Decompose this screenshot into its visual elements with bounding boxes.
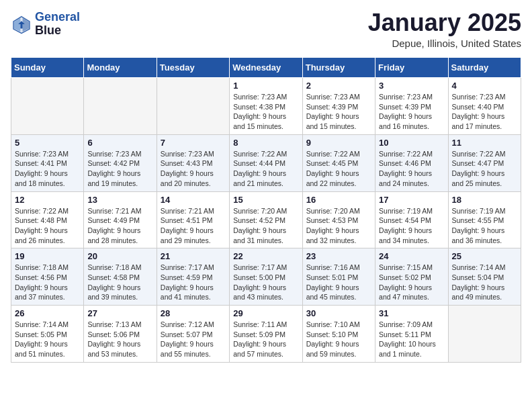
day-number: 22 bbox=[233, 251, 298, 261]
day-info: Sunrise: 7:11 AMSunset: 5:09 PMDaylight:… bbox=[233, 320, 298, 359]
day-number: 25 bbox=[452, 251, 517, 261]
day-info: Sunrise: 7:22 AMSunset: 4:45 PMDaylight:… bbox=[306, 149, 371, 189]
day-number: 24 bbox=[379, 251, 444, 261]
day-info: Sunrise: 7:22 AMSunset: 4:46 PMDaylight:… bbox=[379, 149, 444, 189]
day-number: 15 bbox=[233, 195, 298, 205]
header: General Blue January 2025 Depue, Illinoi… bbox=[11, 11, 521, 49]
table-row: 10Sunrise: 7:22 AMSunset: 4:46 PMDayligh… bbox=[375, 134, 448, 191]
day-number: 7 bbox=[161, 138, 226, 148]
day-number: 23 bbox=[306, 251, 371, 261]
day-info: Sunrise: 7:21 AMSunset: 4:51 PMDaylight:… bbox=[161, 206, 226, 246]
table-row bbox=[84, 78, 157, 135]
table-row: 2Sunrise: 7:23 AMSunset: 4:39 PMDaylight… bbox=[302, 78, 375, 135]
table-row: 18Sunrise: 7:19 AMSunset: 4:55 PMDayligh… bbox=[448, 191, 521, 248]
day-number: 19 bbox=[15, 251, 80, 261]
day-info: Sunrise: 7:20 AMSunset: 4:52 PMDaylight:… bbox=[233, 206, 298, 246]
day-info: Sunrise: 7:15 AMSunset: 5:02 PMDaylight:… bbox=[379, 263, 444, 302]
day-info: Sunrise: 7:12 AMSunset: 5:07 PMDaylight:… bbox=[161, 320, 226, 359]
table-row: 29Sunrise: 7:11 AMSunset: 5:09 PMDayligh… bbox=[230, 306, 302, 363]
calendar-week-1: 1Sunrise: 7:23 AMSunset: 4:38 PMDaylight… bbox=[11, 78, 521, 135]
day-info: Sunrise: 7:19 AMSunset: 4:55 PMDaylight:… bbox=[452, 206, 517, 246]
table-row: 6Sunrise: 7:23 AMSunset: 4:42 PMDaylight… bbox=[84, 134, 157, 191]
logo: General Blue bbox=[11, 11, 80, 38]
table-row: 14Sunrise: 7:21 AMSunset: 4:51 PMDayligh… bbox=[157, 191, 229, 248]
table-row: 19Sunrise: 7:18 AMSunset: 4:56 PMDayligh… bbox=[11, 248, 84, 306]
table-row: 9Sunrise: 7:22 AMSunset: 4:45 PMDaylight… bbox=[302, 134, 375, 191]
logo-line1: General bbox=[35, 11, 80, 24]
table-row: 1Sunrise: 7:23 AMSunset: 4:38 PMDaylight… bbox=[230, 78, 302, 135]
day-number: 3 bbox=[379, 81, 444, 91]
table-row: 30Sunrise: 7:10 AMSunset: 5:10 PMDayligh… bbox=[302, 306, 375, 363]
day-info: Sunrise: 7:10 AMSunset: 5:10 PMDaylight:… bbox=[306, 320, 371, 359]
table-row bbox=[448, 306, 521, 363]
col-sunday: Sunday bbox=[11, 58, 84, 78]
table-row: 5Sunrise: 7:23 AMSunset: 4:41 PMDaylight… bbox=[11, 134, 84, 191]
col-monday: Monday bbox=[84, 58, 157, 78]
day-info: Sunrise: 7:19 AMSunset: 4:54 PMDaylight:… bbox=[379, 206, 444, 246]
day-number: 2 bbox=[306, 81, 371, 91]
table-row: 13Sunrise: 7:21 AMSunset: 4:49 PMDayligh… bbox=[84, 191, 157, 248]
day-number: 28 bbox=[161, 308, 226, 318]
day-info: Sunrise: 7:23 AMSunset: 4:40 PMDaylight:… bbox=[452, 92, 517, 132]
day-info: Sunrise: 7:23 AMSunset: 4:38 PMDaylight:… bbox=[233, 92, 298, 132]
table-row: 31Sunrise: 7:09 AMSunset: 5:11 PMDayligh… bbox=[375, 306, 448, 363]
day-info: Sunrise: 7:16 AMSunset: 5:01 PMDaylight:… bbox=[306, 263, 371, 302]
day-info: Sunrise: 7:18 AMSunset: 4:58 PMDaylight:… bbox=[87, 263, 152, 302]
day-info: Sunrise: 7:18 AMSunset: 4:56 PMDaylight:… bbox=[15, 263, 80, 302]
day-number: 5 bbox=[15, 138, 80, 148]
day-number: 27 bbox=[87, 308, 152, 318]
table-row: 28Sunrise: 7:12 AMSunset: 5:07 PMDayligh… bbox=[157, 306, 229, 363]
table-row: 7Sunrise: 7:23 AMSunset: 4:43 PMDaylight… bbox=[157, 134, 229, 191]
month-title: January 2025 bbox=[368, 11, 521, 35]
day-info: Sunrise: 7:23 AMSunset: 4:39 PMDaylight:… bbox=[306, 92, 371, 132]
day-number: 12 bbox=[15, 195, 80, 205]
calendar-week-5: 26Sunrise: 7:14 AMSunset: 5:05 PMDayligh… bbox=[11, 306, 521, 363]
col-friday: Friday bbox=[375, 58, 448, 78]
table-row: 12Sunrise: 7:22 AMSunset: 4:48 PMDayligh… bbox=[11, 191, 84, 248]
day-number: 10 bbox=[379, 138, 444, 148]
calendar-header-row: Sunday Monday Tuesday Wednesday Thursday… bbox=[11, 58, 521, 78]
day-info: Sunrise: 7:23 AMSunset: 4:42 PMDaylight:… bbox=[87, 149, 152, 189]
day-info: Sunrise: 7:14 AMSunset: 5:04 PMDaylight:… bbox=[452, 263, 517, 302]
table-row: 17Sunrise: 7:19 AMSunset: 4:54 PMDayligh… bbox=[375, 191, 448, 248]
logo-icon bbox=[11, 13, 32, 35]
logo-line2: Blue bbox=[35, 24, 80, 38]
day-info: Sunrise: 7:17 AMSunset: 4:59 PMDaylight:… bbox=[161, 263, 226, 302]
table-row: 23Sunrise: 7:16 AMSunset: 5:01 PMDayligh… bbox=[302, 248, 375, 306]
title-area: January 2025 Depue, Illinois, United Sta… bbox=[368, 11, 521, 49]
table-row: 8Sunrise: 7:22 AMSunset: 4:44 PMDaylight… bbox=[230, 134, 302, 191]
col-tuesday: Tuesday bbox=[157, 58, 229, 78]
calendar-week-4: 19Sunrise: 7:18 AMSunset: 4:56 PMDayligh… bbox=[11, 248, 521, 306]
day-info: Sunrise: 7:22 AMSunset: 4:48 PMDaylight:… bbox=[15, 206, 80, 246]
day-number: 13 bbox=[87, 195, 152, 205]
day-info: Sunrise: 7:20 AMSunset: 4:53 PMDaylight:… bbox=[306, 206, 371, 246]
day-number: 17 bbox=[379, 195, 444, 205]
day-number: 30 bbox=[306, 308, 371, 318]
col-thursday: Thursday bbox=[302, 58, 375, 78]
page-container: General Blue January 2025 Depue, Illinoi… bbox=[11, 11, 521, 363]
calendar-week-2: 5Sunrise: 7:23 AMSunset: 4:41 PMDaylight… bbox=[11, 134, 521, 191]
table-row: 20Sunrise: 7:18 AMSunset: 4:58 PMDayligh… bbox=[84, 248, 157, 306]
table-row bbox=[11, 78, 84, 135]
table-row bbox=[157, 78, 229, 135]
table-row: 3Sunrise: 7:23 AMSunset: 4:39 PMDaylight… bbox=[375, 78, 448, 135]
day-info: Sunrise: 7:23 AMSunset: 4:43 PMDaylight:… bbox=[161, 149, 226, 189]
day-number: 26 bbox=[15, 308, 80, 318]
col-wednesday: Wednesday bbox=[230, 58, 302, 78]
table-row: 15Sunrise: 7:20 AMSunset: 4:52 PMDayligh… bbox=[230, 191, 302, 248]
calendar-week-3: 12Sunrise: 7:22 AMSunset: 4:48 PMDayligh… bbox=[11, 191, 521, 248]
table-row: 4Sunrise: 7:23 AMSunset: 4:40 PMDaylight… bbox=[448, 78, 521, 135]
day-number: 1 bbox=[233, 81, 298, 91]
day-info: Sunrise: 7:22 AMSunset: 4:47 PMDaylight:… bbox=[452, 149, 517, 189]
table-row: 16Sunrise: 7:20 AMSunset: 4:53 PMDayligh… bbox=[302, 191, 375, 248]
day-number: 18 bbox=[452, 195, 517, 205]
day-info: Sunrise: 7:21 AMSunset: 4:49 PMDaylight:… bbox=[87, 206, 152, 246]
day-number: 16 bbox=[306, 195, 371, 205]
col-saturday: Saturday bbox=[448, 58, 521, 78]
day-number: 8 bbox=[233, 138, 298, 148]
day-number: 6 bbox=[87, 138, 152, 148]
day-info: Sunrise: 7:23 AMSunset: 4:41 PMDaylight:… bbox=[15, 149, 80, 189]
day-info: Sunrise: 7:09 AMSunset: 5:11 PMDaylight:… bbox=[379, 320, 444, 359]
table-row: 22Sunrise: 7:17 AMSunset: 5:00 PMDayligh… bbox=[230, 248, 302, 306]
day-info: Sunrise: 7:22 AMSunset: 4:44 PMDaylight:… bbox=[233, 149, 298, 189]
